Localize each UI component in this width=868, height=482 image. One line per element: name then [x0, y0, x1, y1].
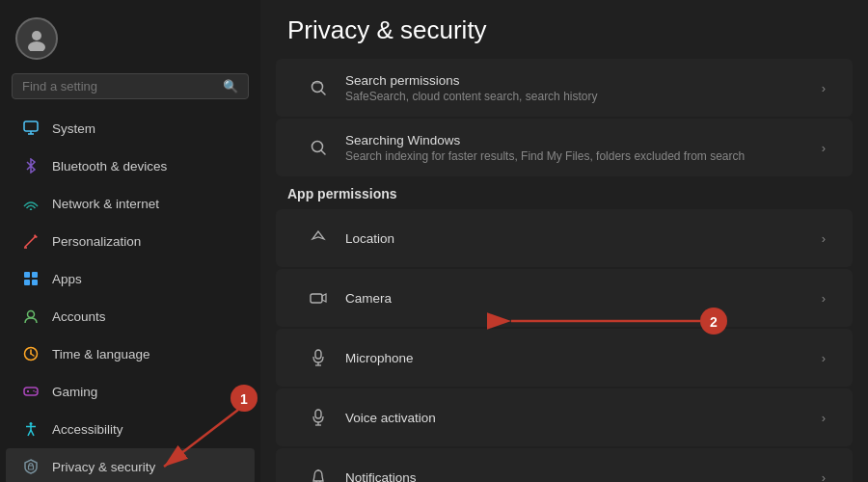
sidebar-item-time[interactable]: Time & language [6, 335, 255, 372]
svg-line-32 [321, 150, 325, 154]
search-icon: 🔍 [223, 79, 238, 94]
network-icon [21, 194, 41, 213]
chevron-icon: › [822, 411, 826, 425]
chevron-icon: › [822, 141, 826, 155]
svg-point-20 [33, 390, 35, 392]
voice-activation-icon [303, 402, 334, 433]
microphone-text: Microphone [345, 351, 822, 365]
sidebar-item-apps[interactable]: Apps [6, 260, 255, 297]
profile-area [0, 0, 260, 73]
search-permissions-title: Search permissions [345, 73, 822, 88]
svg-rect-27 [29, 466, 34, 469]
sidebar: 🔍 SystemBluetooth & devicesNetwork & int… [0, 0, 260, 482]
notifications-icon [303, 462, 334, 482]
location-title: Location [345, 231, 822, 246]
svg-line-25 [28, 430, 31, 436]
sidebar-item-system[interactable]: System [6, 110, 255, 147]
permission-item-microphone[interactable]: Microphone › [276, 329, 853, 387]
sidebar-item-label-gaming: Gaming [52, 385, 97, 399]
svg-rect-34 [311, 294, 322, 303]
location-text: Location [345, 231, 822, 246]
svg-rect-2 [24, 121, 38, 131]
svg-point-13 [28, 311, 35, 318]
permission-items: Location › Camera › Microphone › Voice a… [260, 207, 868, 482]
svg-rect-39 [315, 410, 321, 418]
svg-marker-33 [312, 231, 324, 239]
apps-icon [21, 269, 41, 288]
svg-rect-30 [312, 82, 322, 84]
main-content: Privacy & security Search permissions Sa… [260, 0, 868, 482]
notifications-title: Notifications [345, 470, 822, 483]
search-box[interactable]: 🔍 [12, 73, 249, 99]
sidebar-item-bluetooth[interactable]: Bluetooth & devices [6, 147, 255, 184]
svg-line-6 [25, 237, 35, 247]
searching-windows-icon [303, 132, 334, 163]
location-icon [303, 223, 334, 254]
notifications-text: Notifications [345, 470, 822, 483]
sidebar-item-label-network: Network & internet [52, 197, 159, 211]
microphone-icon [303, 342, 334, 373]
svg-line-29 [321, 91, 325, 94]
svg-line-16 [31, 354, 34, 356]
avatar [15, 17, 58, 60]
sidebar-item-label-accessibility: Accessibility [52, 422, 123, 437]
permission-item-location[interactable]: Location › [276, 209, 853, 267]
search-permissions-text: Search permissions SafeSearch, cloud con… [345, 73, 822, 103]
personalization-icon [21, 231, 41, 251]
search-permissions-subtitle: SafeSearch, cloud content search, search… [345, 90, 822, 103]
privacy-icon [21, 457, 41, 476]
permission-item-voice-activation[interactable]: Voice activation › [276, 388, 853, 446]
gaming-icon [21, 382, 41, 401]
sidebar-item-label-system: System [52, 121, 95, 136]
chevron-icon: › [822, 81, 826, 95]
svg-rect-12 [32, 280, 38, 285]
svg-point-21 [35, 391, 37, 393]
sidebar-item-accessibility[interactable]: Accessibility [6, 411, 255, 447]
sidebar-item-network[interactable]: Network & internet [6, 185, 255, 222]
sidebar-item-label-accounts: Accounts [52, 309, 106, 324]
search-input[interactable] [22, 79, 223, 94]
search-permissions-icon [303, 72, 334, 103]
chevron-icon: › [822, 351, 826, 365]
svg-point-0 [32, 31, 41, 40]
top-items: Search permissions SafeSearch, cloud con… [260, 57, 868, 178]
svg-rect-36 [315, 350, 321, 359]
time-icon [21, 344, 41, 363]
sidebar-item-label-apps: Apps [52, 272, 82, 286]
svg-rect-10 [32, 272, 38, 278]
svg-point-1 [28, 41, 45, 51]
system-icon [21, 119, 41, 138]
sidebar-item-label-privacy: Privacy & security [52, 460, 155, 474]
svg-rect-11 [24, 280, 30, 285]
sidebar-item-label-bluetooth: Bluetooth & devices [52, 159, 167, 174]
searching-windows-text: Searching Windows Search indexing for fa… [345, 133, 822, 163]
svg-line-26 [31, 430, 34, 436]
microphone-title: Microphone [345, 351, 822, 365]
camera-text: Camera [345, 291, 822, 306]
svg-point-5 [30, 208, 32, 210]
camera-title: Camera [345, 291, 822, 306]
accounts-icon [21, 307, 41, 326]
sidebar-item-gaming[interactable]: Gaming [6, 373, 255, 410]
chevron-icon: › [822, 231, 826, 246]
voice-activation-title: Voice activation [345, 411, 822, 425]
chevron-icon: › [822, 470, 826, 483]
sidebar-item-personalization[interactable]: Personalization [6, 223, 255, 259]
nav-list: SystemBluetooth & devicesNetwork & inter… [0, 109, 260, 482]
settings-item-search-permissions[interactable]: Search permissions SafeSearch, cloud con… [276, 59, 853, 117]
section-label: App permissions [260, 178, 868, 207]
accessibility-icon [21, 419, 41, 439]
sidebar-item-accounts[interactable]: Accounts [6, 298, 255, 335]
chevron-icon: › [822, 291, 826, 306]
settings-item-searching-windows[interactable]: Searching Windows Search indexing for fa… [276, 119, 853, 176]
sidebar-item-label-time: Time & language [52, 347, 150, 362]
svg-rect-9 [24, 272, 30, 278]
bluetooth-icon [21, 156, 41, 175]
sidebar-item-privacy[interactable]: Privacy & security [6, 448, 255, 482]
searching-windows-title: Searching Windows [345, 133, 822, 147]
voice-activation-text: Voice activation [345, 411, 822, 425]
searching-windows-subtitle: Search indexing for faster results, Find… [345, 149, 822, 163]
permission-item-notifications[interactable]: Notifications › [276, 448, 853, 482]
sidebar-item-label-personalization: Personalization [52, 234, 141, 249]
permission-item-camera[interactable]: Camera › [276, 269, 853, 327]
